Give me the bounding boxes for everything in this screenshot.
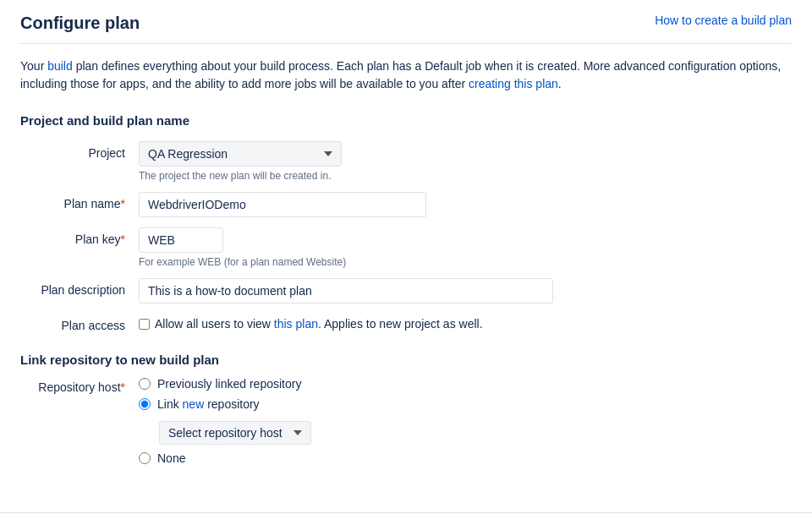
- project-field-wrap: QA Regression The project the new plan w…: [139, 141, 562, 182]
- page-header: Configure plan How to create a build pla…: [20, 14, 792, 44]
- plan-key-label: Plan key*: [20, 227, 139, 246]
- plan-name-field-wrap: [139, 192, 562, 217]
- help-link[interactable]: How to create a build plan: [655, 14, 792, 27]
- project-build-section: Project and build plan name Project QA R…: [20, 113, 792, 332]
- radio-link-new[interactable]: [139, 398, 151, 410]
- radio-link-new-label: Link new repository: [157, 397, 260, 411]
- form-row-plan-desc: Plan description: [20, 278, 792, 303]
- footer-divider: [0, 512, 812, 513]
- radio-option-link-new[interactable]: Link new repository: [139, 397, 311, 411]
- this-plan-link[interactable]: this plan: [274, 317, 318, 331]
- radio-previously-label: Previously linked repository: [157, 377, 301, 391]
- plan-access-checkbox-label[interactable]: Allow all users to view this plan. Appli…: [139, 314, 562, 331]
- plan-desc-label: Plan description: [20, 278, 139, 297]
- plan-access-text: Allow all users to view this plan. Appli…: [155, 317, 483, 331]
- radio-option-previously[interactable]: Previously linked repository: [139, 377, 311, 391]
- page-container: Configure plan How to create a build pla…: [0, 0, 812, 499]
- repo-host-label: Repository host*: [20, 377, 139, 394]
- repo-section-title: Link repository to new build plan: [20, 353, 792, 367]
- radio-none-label: None: [157, 451, 185, 465]
- plan-desc-input[interactable]: [139, 278, 553, 303]
- plan-name-label: Plan name*: [20, 192, 139, 211]
- new-link[interactable]: new: [183, 397, 205, 411]
- plan-key-hint: For example WEB (for a plan named Websit…: [139, 256, 562, 268]
- build-link[interactable]: build: [47, 59, 73, 73]
- form-row-project: Project QA Regression The project the ne…: [20, 141, 792, 182]
- radio-previously[interactable]: [139, 378, 151, 390]
- plan-access-checkbox[interactable]: [139, 319, 150, 330]
- project-hint: The project the new plan will be created…: [139, 170, 562, 182]
- repo-host-select[interactable]: Select repository host GitHub Bitbucket …: [159, 421, 311, 445]
- repo-host-select-wrap: Select repository host GitHub Bitbucket …: [159, 421, 311, 445]
- form-row-plan-access: Plan access Allow all users to view this…: [20, 314, 792, 332]
- plan-access-label: Plan access: [20, 314, 139, 332]
- section-title-project: Project and build plan name: [20, 113, 792, 128]
- required-mark-plan-name: *: [121, 197, 125, 211]
- plan-name-input[interactable]: [139, 192, 426, 217]
- required-mark-repo: *: [121, 380, 125, 394]
- plan-key-field-wrap: For example WEB (for a plan named Websit…: [139, 227, 562, 268]
- page-title: Configure plan: [20, 14, 140, 33]
- project-label: Project: [20, 141, 139, 160]
- radio-option-none[interactable]: None: [139, 451, 311, 465]
- project-select[interactable]: QA Regression: [139, 141, 342, 167]
- plan-key-input[interactable]: [139, 227, 223, 253]
- repository-section: Link repository to new build plan Reposi…: [20, 353, 792, 465]
- plan-desc-field-wrap: [139, 278, 562, 303]
- plan-access-field-wrap: Allow all users to view this plan. Appli…: [139, 314, 562, 331]
- radio-none[interactable]: [139, 452, 151, 464]
- form-row-plan-name: Plan name*: [20, 192, 792, 217]
- repo-host-row: Repository host* Previously linked repos…: [20, 377, 792, 465]
- repo-radio-group: Previously linked repository Link new re…: [139, 377, 311, 465]
- required-mark-plan-key: *: [121, 232, 125, 246]
- form-row-plan-key: Plan key* For example WEB (for a plan na…: [20, 227, 792, 268]
- creating-plan-link[interactable]: creating this plan: [469, 77, 558, 90]
- description-text: Your build plan defines everything about…: [20, 57, 792, 93]
